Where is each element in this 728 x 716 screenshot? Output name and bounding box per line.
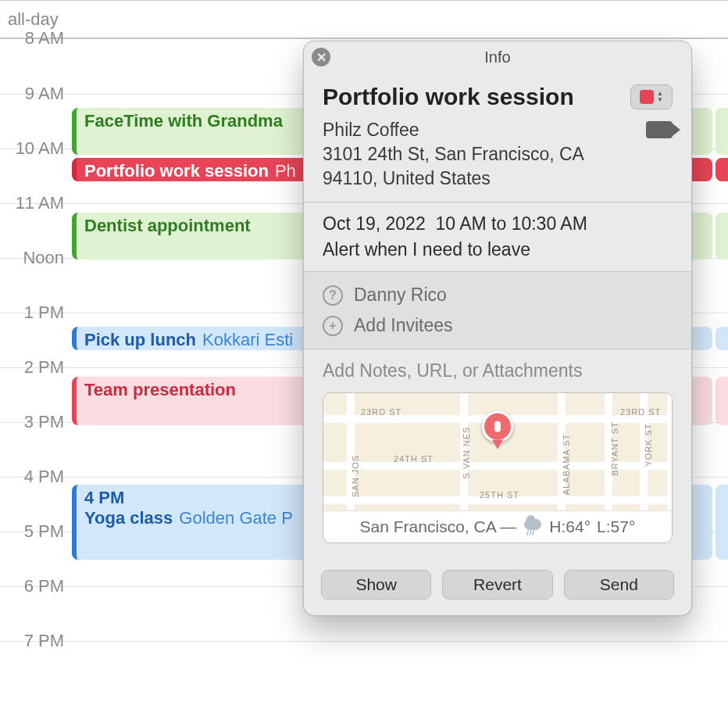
event-sliver [716,158,728,181]
notes-section: Add Notes, URL, or Attachments 23RD ST 2… [304,349,691,557]
event-sliver [716,108,728,155]
event-title: Portfolio work session [84,161,269,181]
plus-icon: + [323,316,343,336]
button-label: Show [355,575,397,594]
location-field[interactable]: Philz Coffee 3101 24th St, San Francisco… [323,118,637,191]
calendar-color-picker[interactable]: ▲▼ [630,84,673,109]
location-map-card[interactable]: 23RD ST 23RD ST 24TH ST 25TH ST SAN JOS … [323,392,673,543]
hour-label: 9 AM [0,84,64,104]
weather-bar: San Francisco, CA — /// H:64° L:57° [323,510,672,542]
allday-row[interactable]: all-day [0,0,728,39]
close-button[interactable]: ✕ [312,48,330,66]
invitee-row[interactable]: ? Danny Rico [323,280,673,310]
button-label: Revert [473,575,522,594]
event-title: Dentist appointment [84,216,251,235]
event-sliver [716,377,728,425]
event-sliver [716,327,728,350]
send-button[interactable]: Send [564,570,674,600]
street-label: BRYANT ST [610,421,619,476]
hour-label: 5 PM [0,521,64,542]
event-title: FaceTime with Grandma [84,111,283,131]
hour-label: 4 PM [0,467,64,487]
event-alert[interactable]: Alert when I need to leave [323,239,673,260]
street-label: ALABAMA ST [562,434,571,495]
add-invitees-label: Add Invitees [354,315,453,336]
invitees-section: ? Danny Rico + Add Invitees [304,272,691,349]
show-button[interactable]: Show [321,570,431,600]
event-sliver [716,213,728,260]
hour-label: 7 PM [0,631,64,651]
notes-input[interactable]: Add Notes, URL, or Attachments [323,360,673,381]
map-pin-icon [482,411,513,449]
street-label: 23RD ST [620,407,661,417]
hour-label: 3 PM [0,412,64,432]
event-title-input[interactable]: Portfolio work session [323,84,574,110]
revert-button[interactable]: Revert [442,570,552,600]
popover-titlebar: ✕ Info [304,41,691,73]
street-label: S VAN NES [462,427,471,479]
event-title: Yoga class [84,508,173,528]
popover-button-row: Show Revert Send [304,557,691,615]
invitee-name: Danny Rico [354,285,447,306]
event-location-abbrev: Golden Gate P [179,508,293,528]
street-label: 23RD ST [361,407,401,417]
hour-label: Noon [0,248,64,268]
hour-label: 8 AM [0,28,64,48]
hour-label: 1 PM [0,303,64,323]
button-label: Send [600,575,638,594]
event-location-abbrev: Ph [275,161,296,181]
event-header-section: Portfolio work session ▲▼ Philz Coffee 3… [304,73,691,202]
event-info-popover: ✕ Info Portfolio work session ▲▼ Philz C… [303,41,692,616]
video-icon [646,121,673,138]
event-sliver [716,485,728,560]
street-label: HAMPS [670,443,672,478]
location-address: 3101 24th St, San Francisco, CA 94110, U… [323,142,637,191]
event-date: Oct 19, 2022 [323,213,426,234]
popover-title: Info [484,48,510,66]
weather-city: San Francisco, CA — [360,517,517,536]
map-preview: 23RD ST 23RD ST 24TH ST 25TH ST SAN JOS … [323,393,672,510]
event-title: Pick up lunch [84,330,196,349]
rain-icon: /// [523,519,543,535]
location-name: Philz Coffee [323,118,637,142]
weather-high: H:64° [549,517,591,536]
close-icon: ✕ [316,50,327,65]
color-swatch [640,90,654,104]
street-label: YORK ST [644,423,653,466]
hour-label: 11 AM [0,193,64,213]
event-time-range: 10 AM to 10:30 AM [435,213,587,234]
street-label: 25TH ST [480,490,519,499]
hour-label: 10 AM [0,138,64,159]
street-label: 24TH ST [394,454,434,464]
allday-label: all-day [8,9,59,30]
hour-label: 6 PM [0,576,64,596]
hour-label: 2 PM [0,357,64,378]
datetime-section[interactable]: Oct 19, 2022 10 AM to 10:30 AM Alert whe… [304,202,691,272]
chevron-updown-icon: ▲▼ [657,91,663,103]
add-video-call-button[interactable] [646,118,673,138]
weather-low: L:57° [597,517,635,536]
event-title: Team presentation [84,380,236,399]
question-icon: ? [323,285,343,306]
event-location-abbrev: Kokkari Esti [202,330,293,349]
street-label: SAN JOS [351,455,360,497]
add-invitees-button[interactable]: + Add Invitees [323,310,673,341]
